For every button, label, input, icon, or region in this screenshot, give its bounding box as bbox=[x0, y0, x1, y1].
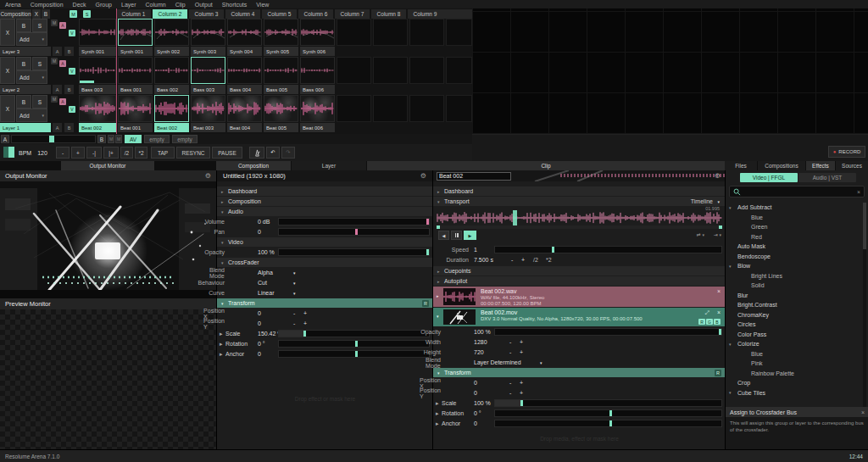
layer-b-bus-button[interactable]: B bbox=[64, 85, 74, 94]
comp-row-video[interactable]: ▾Video bbox=[217, 237, 432, 247]
tab-composition[interactable]: Composition bbox=[216, 161, 291, 170]
layer-blend-dropdown[interactable]: Add▾ bbox=[16, 32, 47, 46]
crossfader-slider[interactable] bbox=[11, 135, 96, 143]
clip-cell-empty[interactable] bbox=[409, 95, 444, 122]
clip-cell-empty[interactable] bbox=[409, 19, 444, 46]
column-tab-5[interactable]: Column 5 bbox=[262, 9, 297, 19]
layer-solo-button[interactable]: S bbox=[32, 95, 47, 109]
effect-preset-red[interactable]: Red bbox=[726, 232, 868, 242]
clip-cell-empty[interactable] bbox=[446, 57, 472, 84]
clear-search-icon[interactable]: × bbox=[857, 189, 860, 195]
bpm-value[interactable]: 120 bbox=[37, 150, 47, 156]
clip-cell-synth-006[interactable] bbox=[300, 19, 335, 46]
clip-cell-synth-002[interactable] bbox=[154, 19, 189, 46]
layer-name-label[interactable]: Layer 2 bbox=[0, 85, 51, 94]
crossfader-handle[interactable] bbox=[49, 136, 54, 142]
remove-audio-icon[interactable]: × bbox=[717, 288, 721, 294]
effect-item-bendoscope[interactable]: Bendoscope bbox=[726, 252, 868, 261]
increment-button[interactable]: + bbox=[303, 309, 307, 318]
mix-av-button[interactable]: AV bbox=[125, 135, 142, 143]
active-clip-label[interactable]: Beat 002 bbox=[79, 123, 116, 132]
effect-item-cube-tiles[interactable]: Cube Tiles▾ bbox=[726, 388, 868, 398]
layer-blend-dropdown[interactable]: Add▾ bbox=[16, 70, 47, 84]
collapse-arrow-icon[interactable]: ▸ bbox=[437, 293, 439, 298]
loop-mode-button[interactable]: ⇄ ▾ bbox=[697, 231, 704, 237]
layer-name-label[interactable]: Layer 1 bbox=[0, 123, 51, 132]
clip-cell-synth-003[interactable] bbox=[191, 19, 225, 46]
clip-cell-empty[interactable] bbox=[337, 95, 371, 122]
comp-select-value[interactable]: Cut bbox=[258, 278, 267, 287]
clip-label[interactable]: Beat 003 bbox=[191, 123, 225, 132]
tab-effects[interactable]: Effects bbox=[806, 161, 835, 170]
clip-cell-bass-001[interactable] bbox=[118, 57, 153, 84]
comp-row-composition[interactable]: ▸Composition bbox=[217, 197, 432, 206]
crossfader-map-button-2[interactable]: M bbox=[115, 135, 122, 143]
increment-button[interactable]: + bbox=[520, 388, 523, 398]
menu-deck[interactable]: Deck bbox=[73, 2, 86, 8]
effect-item-blur[interactable]: Blur bbox=[726, 291, 868, 300]
effect-preset-blue[interactable]: Blue bbox=[726, 349, 868, 359]
clip-cell-beat-003[interactable] bbox=[191, 95, 225, 122]
effect-preset-bright-lines[interactable]: Bright Lines bbox=[726, 271, 868, 281]
clip-rotation-slider[interactable] bbox=[494, 409, 722, 417]
composition-bypass-button[interactable]: B bbox=[42, 9, 50, 19]
clip-select-value[interactable]: Layer Determined bbox=[474, 358, 521, 367]
effect-preset-blue[interactable]: Blue bbox=[726, 213, 868, 222]
clip-label[interactable]: Synth 005 bbox=[264, 47, 298, 56]
comp-param-value[interactable]: 0 bbox=[258, 309, 261, 318]
tab-output-monitor[interactable]: Output Monitor bbox=[61, 161, 154, 170]
play-button[interactable]: ▶ bbox=[464, 231, 476, 240]
redo-button[interactable]: ↷ bbox=[281, 147, 295, 159]
clip-cell-empty[interactable] bbox=[446, 19, 472, 46]
loop-start-marker[interactable] bbox=[437, 225, 440, 229]
decrement-button[interactable]: - bbox=[509, 378, 511, 387]
layer-b-bus-button[interactable]: B bbox=[64, 123, 74, 132]
bpm-button-[interactable]: - bbox=[56, 147, 70, 159]
clip-cell-bass-002[interactable] bbox=[154, 57, 189, 84]
composition-eject-button[interactable]: X bbox=[32, 9, 41, 19]
duration-value[interactable]: 7.500 s bbox=[474, 255, 493, 264]
playhead[interactable] bbox=[513, 210, 517, 225]
layer-eject-button[interactable]: X bbox=[0, 95, 15, 122]
layer-bypass-button[interactable]: B bbox=[16, 95, 31, 109]
speed-slider[interactable] bbox=[494, 246, 722, 253]
collapse-arrow-icon[interactable]: ▾ bbox=[437, 314, 439, 319]
clip-label[interactable]: Beat 006 bbox=[300, 123, 335, 132]
layer-solo-button[interactable]: S bbox=[32, 19, 47, 32]
clip-param-value[interactable]: 1280 bbox=[474, 337, 487, 347]
comp-volume-slider[interactable] bbox=[278, 218, 430, 225]
clip-cell-synth-004[interactable] bbox=[227, 19, 262, 46]
menu-view[interactable]: View bbox=[256, 2, 269, 8]
layer-active-clip-preview[interactable] bbox=[79, 95, 116, 122]
effect-item-colorize[interactable]: Colorize▾ bbox=[726, 339, 868, 348]
effect-item-blow[interactable]: Blow▾ bbox=[726, 261, 868, 270]
comp-param-value[interactable]: 0 bbox=[258, 227, 261, 237]
effect-item-chromakey[interactable]: ChromaKey bbox=[726, 310, 868, 320]
decrement-button[interactable]: - bbox=[293, 319, 295, 328]
clip-param-value[interactable]: 0 bbox=[474, 388, 477, 398]
clip-cell-beat-004[interactable] bbox=[227, 95, 262, 122]
comp-param-value[interactable]: 0 dB bbox=[258, 217, 270, 226]
transform-reset-button[interactable]: R bbox=[422, 300, 429, 307]
bpm-button-pause[interactable]: PAUSE bbox=[212, 147, 242, 159]
effect-item-color-pass[interactable]: Color Pass bbox=[726, 330, 868, 339]
menu-layer[interactable]: Layer bbox=[121, 2, 136, 8]
active-clip-label[interactable]: Bass 003 bbox=[79, 85, 116, 94]
mix-empty-button-1[interactable]: empty bbox=[144, 135, 170, 143]
toggle-audio-vst[interactable]: Audio | VST bbox=[798, 173, 856, 182]
clip-param-value[interactable]: 720 bbox=[474, 348, 484, 357]
increment-button[interactable]: + bbox=[303, 319, 307, 328]
menu-column[interactable]: Column bbox=[146, 2, 166, 8]
comp-scale-slider[interactable] bbox=[278, 330, 430, 337]
comp-rotation-slider[interactable] bbox=[278, 340, 430, 348]
clip-cell-beat-001[interactable] bbox=[118, 95, 153, 122]
comp-row-transform[interactable]: ▾TransformR bbox=[217, 298, 432, 308]
clip-cell-synth-001[interactable] bbox=[118, 19, 153, 46]
duration-plus-button[interactable]: + bbox=[521, 255, 525, 264]
effect-preset-rainbow-palette[interactable]: Rainbow Palette bbox=[726, 369, 868, 378]
decrement-button[interactable]: - bbox=[293, 309, 295, 318]
clip-anchor-slider[interactable] bbox=[494, 420, 722, 427]
clip-label[interactable]: Bass 005 bbox=[264, 85, 298, 94]
effect-preset-green[interactable]: Green bbox=[726, 222, 868, 231]
layer-active-clip-preview[interactable] bbox=[79, 19, 116, 46]
